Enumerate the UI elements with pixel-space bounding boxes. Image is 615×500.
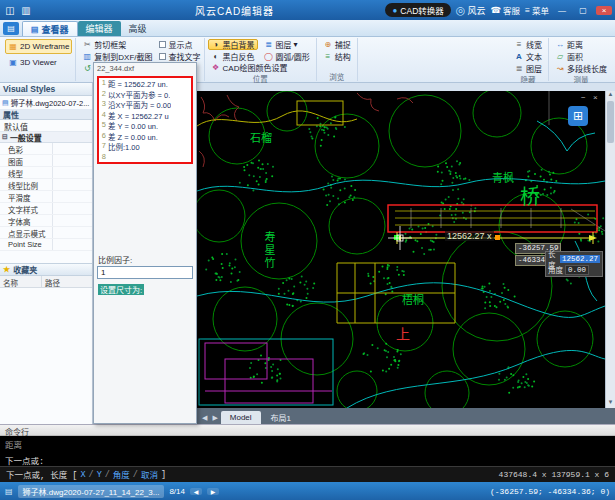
arc-circle-button[interactable]: ◯ 圆弧/圆形 xyxy=(261,51,313,62)
tab-viewer[interactable]: ▤ 查看器 xyxy=(22,21,78,36)
viewport-close-icon[interactable]: × xyxy=(593,93,598,102)
layout-nav-right-icon[interactable]: ▶ xyxy=(210,414,219,424)
group-label-hide: 隐藏 xyxy=(511,74,545,83)
app-icon: ◫ xyxy=(3,3,17,17)
property-value[interactable] xyxy=(52,179,92,190)
next-file-icon[interactable]: ▶ xyxy=(207,488,219,495)
default-value-row[interactable]: 默认值 xyxy=(0,120,92,132)
support-button[interactable]: ☎ 客服 xyxy=(490,4,520,16)
converter-icon: ● xyxy=(392,6,397,15)
text-button[interactable]: A 文本 xyxy=(511,51,545,62)
option-y[interactable]: Y xyxy=(97,470,102,480)
option-separator: / xyxy=(133,470,138,480)
cad-color-settings-label: CAD绘图颜色设置 xyxy=(223,62,288,73)
property-value[interactable] xyxy=(52,239,92,250)
ribbon-group-measure: ↔ 距离 ▱ 面积 ↝ 多段线长度 测量 xyxy=(549,38,613,81)
option-angle[interactable]: 角度 xyxy=(113,468,130,481)
file-menu-button[interactable]: ▤ xyxy=(3,22,19,35)
show-points-checkbox-icon xyxy=(159,41,166,48)
3d-viewer-button[interactable]: ▣ 3D Viewer xyxy=(5,55,72,70)
distance-button[interactable]: ↔ 距离 xyxy=(552,39,610,50)
property-label: 色彩 xyxy=(0,143,52,154)
drawing-tree-item[interactable]: ▤ 狮子林.dwg2020-07-2... xyxy=(0,96,92,109)
capture-icon[interactable]: ▥ xyxy=(19,3,33,17)
scissors-icon: ✂ xyxy=(82,40,92,49)
layers-button[interactable]: ≣ 图层 ▾ xyxy=(261,39,313,50)
menu-button[interactable]: ≡ 菜单 xyxy=(525,4,549,16)
property-row-smoothness[interactable]: 平滑度 xyxy=(0,191,92,203)
bw-background-button[interactable]: ◑ 黑白背景 xyxy=(208,39,258,50)
area-label: 面积 xyxy=(567,51,583,62)
cad-converter-button[interactable]: ● CAD转换器 xyxy=(385,3,450,17)
lineweight-icon: ≡ xyxy=(514,40,524,49)
viewport-minimize-icon[interactable]: − xyxy=(581,93,586,102)
cad-viewport[interactable]: 石榴 青枫 桥 寿星竹 梧桐 上 12562.27 x -36257.59 -4… xyxy=(197,91,605,408)
path-column-header[interactable]: 路径 xyxy=(42,276,92,287)
line-number: 7 xyxy=(99,141,108,152)
property-value[interactable] xyxy=(52,155,92,166)
show-points-toggle[interactable]: 显示点 xyxy=(159,39,201,50)
close-button[interactable]: × xyxy=(596,6,612,15)
property-value[interactable] xyxy=(52,215,92,226)
snap-button[interactable]: ⊕ 捕捉 xyxy=(320,39,354,50)
angle-value-input[interactable]: 0.00 xyxy=(565,265,589,275)
tab-advanced[interactable]: 高级 xyxy=(121,21,155,36)
line-number: 3 xyxy=(99,99,108,110)
page-indicator: 8/14 xyxy=(169,487,185,496)
viewer-tab-icon: ▤ xyxy=(31,25,39,34)
property-value[interactable] xyxy=(52,203,92,214)
scrollbar-thumb[interactable] xyxy=(607,101,614,143)
measure-line: 6差 Z = 0.00 un. xyxy=(99,131,191,142)
command-console[interactable]: 距离 下一点或: xyxy=(0,436,615,466)
copy-dxf-button[interactable]: ▥ 复制到DXF/截图 xyxy=(79,51,155,62)
scroll-up-icon[interactable]: ▲ xyxy=(606,91,615,100)
line-text: 比例:1.00 xyxy=(108,141,140,152)
structure-button[interactable]: ≡ 结构 xyxy=(320,51,354,62)
find-text-toggle[interactable]: 查找文字 xyxy=(159,51,201,62)
snap-icon: ⊕ xyxy=(323,40,333,49)
property-value[interactable] xyxy=(52,167,92,178)
property-row-font-height[interactable]: 字体高 xyxy=(0,215,92,227)
scroll-down-icon[interactable]: ▼ xyxy=(606,399,615,408)
ribbon-tab-bar: ▤ ▤ 查看器 编辑器 高级 xyxy=(0,20,615,37)
hide-layers-button[interactable]: ≣ 图层 xyxy=(511,63,545,74)
prev-file-icon[interactable]: ◀ xyxy=(190,488,202,495)
property-row-linetype-scale[interactable]: 线型比例 xyxy=(0,179,92,191)
cad-color-settings-button[interactable]: ❖ CAD绘图颜色设置 xyxy=(208,62,313,73)
property-row-color[interactable]: 色彩 xyxy=(0,143,92,155)
scale-factor-input[interactable]: 1 xyxy=(97,266,193,279)
clip-frame-button[interactable]: ✂ 剪切框架 xyxy=(79,39,155,50)
option-cancel[interactable]: 取消 xyxy=(141,468,158,481)
copy-dxf-label: 复制到DXF/截图 xyxy=(94,51,152,62)
bw-invert-button[interactable]: ◐ 黑白反色 xyxy=(208,51,258,62)
general-settings-group[interactable]: ⊟ 一般设置 xyxy=(0,132,92,143)
layout-nav-left-icon[interactable]: ◀ xyxy=(200,414,209,424)
viewport-scrollbar[interactable]: ▲ ▼ xyxy=(605,91,615,408)
command-panel-header[interactable]: 命令行 xyxy=(0,424,615,436)
name-column-header[interactable]: 名称 xyxy=(0,276,42,287)
lineweight-button[interactable]: ≡ 线宽 xyxy=(511,39,545,50)
property-row-drawing[interactable]: 图面 xyxy=(0,155,92,167)
property-value[interactable] xyxy=(52,191,92,202)
property-row-linetype[interactable]: 线型 xyxy=(0,167,92,179)
favorites-header[interactable]: ★ 收藏夹 xyxy=(0,263,92,276)
minimize-button[interactable]: — xyxy=(554,6,570,15)
tab-editor[interactable]: 编辑器 xyxy=(78,21,121,36)
polyline-length-button[interactable]: ↝ 多段线长度 xyxy=(552,63,610,74)
tab-model[interactable]: Model xyxy=(221,411,261,424)
maximize-button[interactable]: ▢ xyxy=(575,6,591,15)
tab-layout1[interactable]: 布局1 xyxy=(262,411,300,424)
property-value[interactable] xyxy=(52,227,92,238)
length-value-input[interactable]: 12562.27 xyxy=(560,255,600,263)
hide-layers-label: 图层 xyxy=(526,63,542,74)
pan-control-button[interactable]: ⊞ xyxy=(568,106,588,126)
property-row-point-mode[interactable]: 点显示模式 xyxy=(0,227,92,239)
property-row-text-style[interactable]: 文字样式 xyxy=(0,203,92,215)
option-x[interactable]: X xyxy=(80,470,85,480)
2d-wireframe-button[interactable]: ▦ 2D Wireframe xyxy=(5,39,72,54)
property-value[interactable] xyxy=(52,143,92,154)
measure-result-list[interactable]: 1距 = 12562.27 un. 2以XY平面为参 = 0. 3沿XY平面为 … xyxy=(97,76,193,164)
area-button[interactable]: ▱ 面积 xyxy=(552,51,610,62)
open-file-tab[interactable]: 狮子林.dwg2020-07-27_11_14_22_3... xyxy=(18,485,165,498)
property-row-point-size[interactable]: Point Size xyxy=(0,239,92,251)
